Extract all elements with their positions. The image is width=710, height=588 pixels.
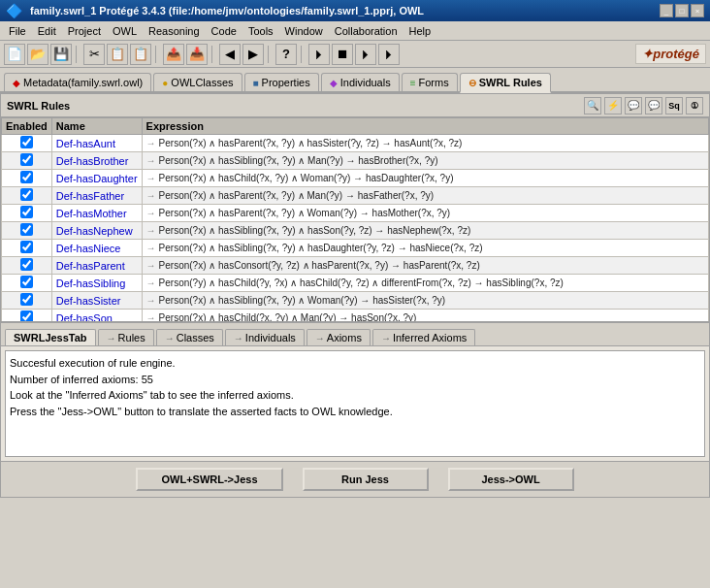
- open-button[interactable]: 📂: [27, 44, 48, 65]
- tab-rules[interactable]: → Rules: [98, 329, 154, 345]
- menu-collaboration[interactable]: Collaboration: [330, 24, 403, 38]
- export-button[interactable]: 📥: [186, 44, 208, 65]
- rule-enabled-checkbox[interactable]: [20, 171, 33, 183]
- tab-classes[interactable]: → Classes: [156, 329, 223, 345]
- menu-edit[interactable]: Edit: [33, 24, 61, 38]
- header-name: Name: [51, 118, 142, 135]
- sq-icon-btn[interactable]: Sq: [665, 97, 683, 114]
- tab-swrljess[interactable]: SWRLJessTab: [5, 329, 96, 345]
- top-tabs: ◆ Metadata(family.swrl.owl) ● OWLClasses…: [0, 68, 710, 93]
- tab-individuals[interactable]: ◆ Individuals: [321, 73, 400, 91]
- step-button[interactable]: ⏵: [308, 44, 330, 65]
- maximize-button[interactable]: □: [675, 4, 689, 17]
- run-jess-button[interactable]: Run Jess: [303, 468, 429, 491]
- cut-button[interactable]: ✂: [83, 44, 105, 65]
- rule-name-cell: Def-hasParent: [51, 257, 142, 275]
- table-row[interactable]: Def-hasSister→Person(?x) ∧ hasSibling(?x…: [2, 292, 709, 310]
- table-row[interactable]: Def-hasSibling→Person(?y) ∧ hasChild(?y,…: [2, 275, 709, 292]
- rule-enabled-checkbox[interactable]: [20, 136, 33, 148]
- jess-owl-button[interactable]: Jess->OWL: [448, 468, 574, 491]
- output-area: Succesful execution of rule engine. Numb…: [5, 350, 705, 457]
- paste-button[interactable]: 📋: [130, 44, 151, 65]
- tab-individuals-inner[interactable]: → Individuals: [225, 329, 305, 345]
- run-button[interactable]: ⏵: [355, 44, 376, 65]
- comment2-icon-btn[interactable]: 💬: [645, 97, 662, 114]
- table-row[interactable]: Def-hasFather→Person(?x) ∧ hasParent(?x,…: [2, 187, 709, 205]
- rule-enabled-cell: [2, 310, 52, 322]
- owl-swrl-jess-button[interactable]: OWL+SWRL->Jess: [136, 468, 282, 491]
- new-button[interactable]: 📄: [4, 44, 25, 65]
- menu-project[interactable]: Project: [63, 24, 106, 38]
- rule-enabled-cell: [2, 170, 52, 187]
- menu-owl[interactable]: OWL: [108, 24, 142, 38]
- tab-owlclasses[interactable]: ● OWLClasses: [153, 73, 242, 91]
- table-row[interactable]: Def-hasDaughter→Person(?x) ∧ hasChild(?x…: [2, 170, 709, 187]
- rule-enabled-checkbox[interactable]: [20, 206, 33, 218]
- table-row[interactable]: Def-hasNiece→Person(?x) ∧ hasSibling(?x,…: [2, 240, 709, 257]
- info-icon-btn[interactable]: ①: [686, 97, 703, 114]
- search-icon-btn[interactable]: 🔍: [584, 97, 601, 114]
- menu-window[interactable]: Window: [280, 24, 328, 38]
- rule-expression-cell: →Person(?x) ∧ hasSibling(?x, ?y) ∧ Man(?…: [142, 152, 708, 170]
- rule-enabled-checkbox[interactable]: [20, 223, 33, 236]
- table-row[interactable]: Def-hasBrother→Person(?x) ∧ hasSibling(?…: [2, 152, 709, 170]
- output-line-1: Succesful execution of rule engine.: [10, 355, 700, 372]
- menu-bar: File Edit Project OWL Reasoning Code Too…: [0, 21, 710, 41]
- tb-sep4: [268, 46, 272, 63]
- rule-enabled-checkbox[interactable]: [20, 276, 33, 288]
- rule-enabled-checkbox[interactable]: [20, 258, 33, 271]
- table-row[interactable]: Def-hasNephew→Person(?x) ∧ hasSibling(?x…: [2, 222, 709, 240]
- tab-inferred-axioms[interactable]: → Inferred Axioms: [372, 329, 475, 345]
- rule-name-cell: Def-hasDaughter: [51, 170, 142, 187]
- rules-table-container: Enabled Name Expression Def-hasAunt→Pers…: [1, 117, 709, 321]
- tb-sep2: [155, 46, 159, 63]
- table-row[interactable]: Def-hasAunt→Person(?x) ∧ hasParent(?x, ?…: [2, 135, 709, 152]
- back-button[interactable]: ◀: [219, 44, 241, 65]
- comment-icon-btn[interactable]: 💬: [625, 97, 642, 114]
- tb-sep1: [76, 46, 80, 63]
- tab-metadata[interactable]: ◆ Metadata(family.swrl.owl): [4, 73, 151, 91]
- rule-name-cell: Def-hasBrother: [51, 152, 142, 170]
- rule-name-cell: Def-hasAunt: [51, 135, 142, 152]
- menu-file[interactable]: File: [4, 24, 31, 38]
- rule-enabled-cell: [2, 152, 52, 170]
- table-row[interactable]: Def-hasParent→Person(?x) ∧ hasConsort(?y…: [2, 257, 709, 275]
- tab-forms[interactable]: ≡ Forms: [402, 73, 458, 91]
- menu-help[interactable]: Help: [404, 24, 436, 38]
- rule-enabled-checkbox[interactable]: [20, 293, 33, 306]
- run2-button[interactable]: ⏵: [378, 44, 400, 65]
- swrl-rules-title: SWRL Rules: [7, 100, 70, 112]
- table-row[interactable]: Def-hasMother→Person(?x) ∧ hasParent(?x,…: [2, 205, 709, 222]
- inferred-arrow-icon: →: [381, 333, 391, 343]
- menu-reasoning[interactable]: Reasoning: [144, 24, 205, 38]
- rule-enabled-cell: [2, 187, 52, 205]
- help-button[interactable]: ?: [275, 44, 297, 65]
- stop-button[interactable]: ⏹: [332, 44, 353, 65]
- rule-enabled-checkbox[interactable]: [20, 241, 33, 253]
- tab-axioms[interactable]: → Axioms: [307, 329, 371, 345]
- rules-body: Def-hasAunt→Person(?x) ∧ hasParent(?x, ?…: [2, 135, 709, 322]
- copy-button[interactable]: 📋: [107, 44, 128, 65]
- import-button[interactable]: 📤: [163, 44, 184, 65]
- minimize-button[interactable]: _: [660, 4, 673, 17]
- tab-properties[interactable]: ■ Properties: [244, 73, 319, 91]
- rule-enabled-cell: [2, 222, 52, 240]
- rule-enabled-checkbox[interactable]: [20, 310, 33, 321]
- rule-enabled-checkbox[interactable]: [20, 188, 33, 201]
- output-line-4: Press the "Jess->OWL" button to translat…: [10, 404, 700, 420]
- save-button[interactable]: 💾: [50, 44, 72, 65]
- rule-expression-cell: →Person(?x) ∧ hasSibling(?x, ?y) ∧ Woman…: [142, 292, 708, 310]
- menu-tools[interactable]: Tools: [243, 24, 278, 38]
- forward-button[interactable]: ▶: [242, 44, 264, 65]
- run-icon-btn[interactable]: ⚡: [604, 97, 622, 114]
- table-row[interactable]: Def-hasSon→Person(?x) ∧ hasChild(?x, ?y)…: [2, 310, 709, 322]
- header-enabled: Enabled: [2, 118, 52, 135]
- rule-enabled-checkbox[interactable]: [20, 153, 33, 166]
- rule-expression-cell: →Person(?x) ∧ hasParent(?x, ?y) ∧ Woman(…: [142, 205, 708, 222]
- tab-swrlrules[interactable]: ⊖ SWRL Rules: [460, 73, 551, 93]
- menu-code[interactable]: Code: [207, 24, 242, 38]
- bottom-buttons: OWL+SWRL->Jess Run Jess Jess->OWL: [1, 461, 709, 497]
- close-button[interactable]: ×: [691, 4, 704, 17]
- window-title: family.swrl_1 Protégé 3.4.3 (file:/home/…: [30, 5, 424, 16]
- title-bar: 🔷 family.swrl_1 Protégé 3.4.3 (file:/hom…: [0, 0, 710, 21]
